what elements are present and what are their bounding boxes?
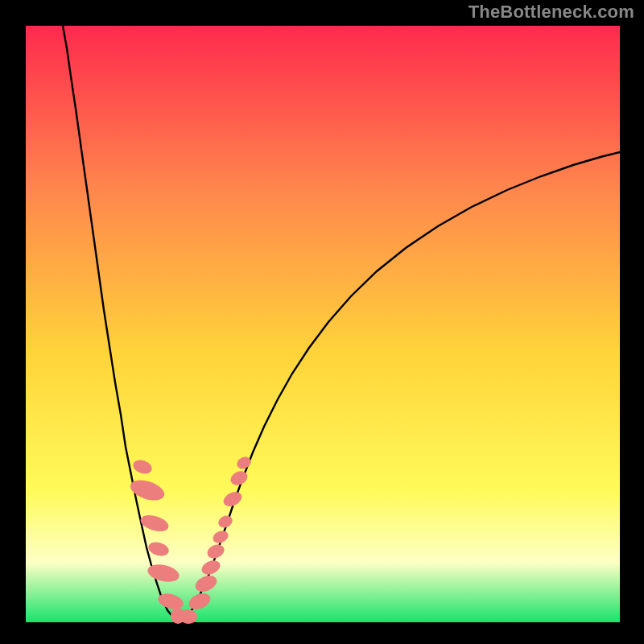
bottleneck-chart [0, 0, 644, 644]
chart-plot-area [26, 26, 620, 622]
curve-marker [180, 609, 197, 624]
watermark-text: TheBottleneck.com [469, 2, 634, 23]
